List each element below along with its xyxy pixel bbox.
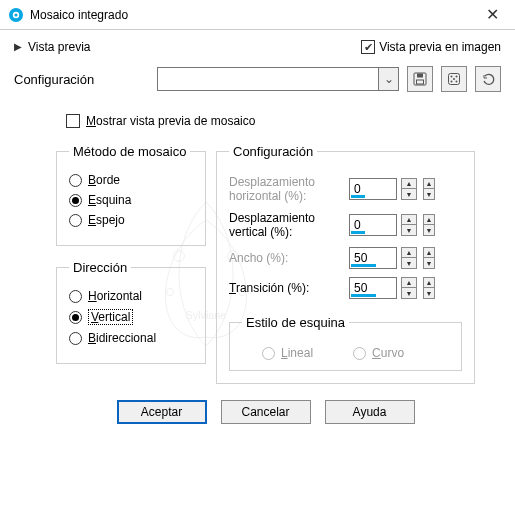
show-preview-label: Mostrar vista previa de mosaico xyxy=(86,114,255,128)
dice-icon xyxy=(447,72,461,86)
direccion-legend: Dirección xyxy=(69,260,131,275)
estilo-esquina-group: Estilo de esquina Lineal Curvo xyxy=(229,315,462,371)
transicion-spinner[interactable]: ▲▼ xyxy=(401,277,417,299)
save-preset-button[interactable] xyxy=(407,66,433,92)
radio-icon xyxy=(69,214,82,227)
svg-point-8 xyxy=(456,76,458,78)
help-button[interactable]: Ayuda xyxy=(325,400,415,424)
transicion-row: Transición (%): 50 ▲▼ ▲▼ xyxy=(229,277,462,299)
config-label: Configuración xyxy=(14,72,149,87)
expand-icon: ▶ xyxy=(14,42,22,52)
configuracion-legend: Configuración xyxy=(229,144,317,159)
ancho-spinner[interactable]: ▲▼ xyxy=(401,247,417,269)
svg-point-2 xyxy=(14,13,17,16)
radio-icon xyxy=(353,347,366,360)
configuracion-group: Configuración Desplazamiento horizontal … xyxy=(216,144,475,384)
vista-previa-toggle[interactable]: ▶ Vista previa xyxy=(14,40,90,54)
radio-icon xyxy=(69,194,82,207)
estilo-esquina-legend: Estilo de esquina xyxy=(242,315,349,330)
radio-icon xyxy=(262,347,275,360)
checkbox-empty-icon xyxy=(66,114,80,128)
reset-button[interactable] xyxy=(475,66,501,92)
title-bar: Mosaico integrado ✕ xyxy=(0,0,515,30)
desp-v-spinner[interactable]: ▲▼ xyxy=(401,214,417,236)
svg-point-7 xyxy=(451,76,453,78)
checkmark-icon: ✔ xyxy=(361,40,375,54)
svg-rect-4 xyxy=(417,74,423,78)
desp-v-input[interactable]: 0 xyxy=(349,214,397,236)
vista-previa-imagen-label: Vista previa en imagen xyxy=(379,40,501,54)
preview-row: ▶ Vista previa ✔ Vista previa en imagen xyxy=(0,30,515,62)
desp-v-label: Desplazamiento vertical (%): xyxy=(229,211,349,239)
chevron-down-icon[interactable]: ⌄ xyxy=(378,68,398,90)
desp-h-menu[interactable]: ▲▼ xyxy=(423,178,435,200)
ancho-row: Ancho (%): 50 ▲▼ ▲▼ xyxy=(229,247,462,269)
transicion-menu[interactable]: ▲▼ xyxy=(423,277,435,299)
radio-icon xyxy=(69,332,82,345)
ancho-label: Ancho (%): xyxy=(229,251,349,265)
desp-h-label: Desplazamiento horizontal (%): xyxy=(229,175,349,203)
radio-esquina[interactable]: Esquina xyxy=(69,193,193,207)
dialog-buttons: Aceptar Cancelar Ayuda xyxy=(56,384,475,424)
randomize-button[interactable] xyxy=(441,66,467,92)
vista-previa-imagen-checkbox[interactable]: ✔ Vista previa en imagen xyxy=(361,40,501,54)
app-icon xyxy=(8,7,24,23)
desp-h-spinner[interactable]: ▲▼ xyxy=(401,178,417,200)
radio-espejo[interactable]: Espejo xyxy=(69,213,193,227)
metodo-legend: Método de mosaico xyxy=(69,144,190,159)
config-row: Configuración ⌄ xyxy=(0,62,515,108)
radio-curvo: Curvo xyxy=(353,346,404,360)
ancho-input[interactable]: 50 xyxy=(349,247,397,269)
cancel-button[interactable]: Cancelar xyxy=(221,400,311,424)
content-area: Mostrar vista previa de mosaico Sylviane… xyxy=(0,108,515,434)
close-button[interactable]: ✕ xyxy=(470,0,515,30)
svg-point-9 xyxy=(453,78,455,80)
transicion-input[interactable]: 50 xyxy=(349,277,397,299)
svg-point-11 xyxy=(456,81,458,83)
radio-borde[interactable]: Borde xyxy=(69,173,193,187)
desp-v-menu[interactable]: ▲▼ xyxy=(423,214,435,236)
config-combo[interactable]: ⌄ xyxy=(157,67,399,91)
svg-point-10 xyxy=(451,81,453,83)
show-mosaic-preview-checkbox[interactable]: Mostrar vista previa de mosaico xyxy=(66,114,475,128)
direccion-group: Dirección Horizontal Vertical Bidireccio… xyxy=(56,260,206,364)
desp-vertical-row: Desplazamiento vertical (%): 0 ▲▼ ▲▼ xyxy=(229,211,462,239)
svg-rect-5 xyxy=(417,80,424,84)
metodo-mosaico-group: Método de mosaico Borde Esquina Espejo xyxy=(56,144,206,246)
ok-button[interactable]: Aceptar xyxy=(117,400,207,424)
desp-h-input[interactable]: 0 xyxy=(349,178,397,200)
radio-icon xyxy=(69,311,82,324)
radio-horizontal[interactable]: Horizontal xyxy=(69,289,193,303)
reset-icon xyxy=(481,72,495,86)
radio-icon xyxy=(69,174,82,187)
radio-lineal: Lineal xyxy=(262,346,313,360)
radio-icon xyxy=(69,290,82,303)
radio-vertical[interactable]: Vertical xyxy=(69,309,193,325)
transicion-label: Transición (%): xyxy=(229,281,349,295)
desp-horizontal-row: Desplazamiento horizontal (%): 0 ▲▼ ▲▼ xyxy=(229,175,462,203)
radio-bidireccional[interactable]: Bidireccional xyxy=(69,331,193,345)
ancho-menu[interactable]: ▲▼ xyxy=(423,247,435,269)
floppy-icon xyxy=(413,72,427,86)
vista-previa-label: Vista previa xyxy=(28,40,90,54)
config-combo-value xyxy=(158,68,378,90)
window-title: Mosaico integrado xyxy=(30,8,470,22)
